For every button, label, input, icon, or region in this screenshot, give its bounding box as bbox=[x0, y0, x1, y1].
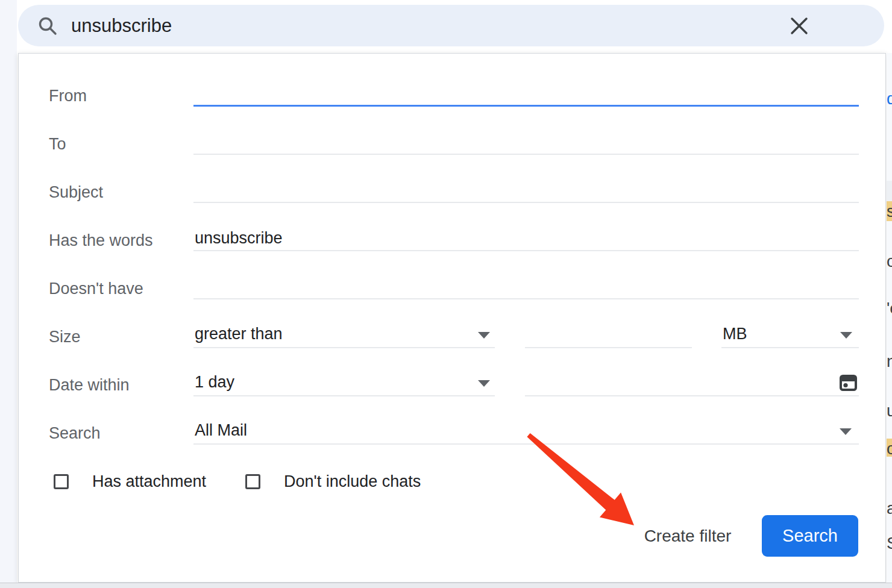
date-input[interactable] bbox=[525, 370, 826, 396]
advanced-search-dialog: From To Subject Has the words Doesn't ha… bbox=[18, 53, 886, 583]
occluded-email-text: s bbox=[887, 202, 892, 221]
date-range-dropdown[interactable]: 1 day bbox=[193, 367, 495, 396]
search-input[interactable] bbox=[71, 15, 789, 37]
to-field[interactable] bbox=[193, 126, 859, 155]
size-unit-value: MB bbox=[723, 325, 747, 343]
search-scope-label: Search bbox=[49, 423, 101, 443]
size-comparator-value: greater than bbox=[195, 325, 283, 343]
clear-search-button[interactable] bbox=[789, 16, 809, 36]
subject-input[interactable] bbox=[193, 177, 859, 203]
occluded-email-text: S bbox=[887, 534, 892, 553]
size-amount-field[interactable] bbox=[525, 319, 692, 348]
subject-label: Subject bbox=[49, 182, 103, 202]
page-background-left bbox=[0, 0, 17, 588]
chevron-down-icon bbox=[478, 380, 490, 387]
occluded-email-text: o bbox=[887, 252, 892, 271]
close-icon bbox=[790, 16, 809, 36]
create-filter-button[interactable]: Create filter bbox=[615, 515, 760, 557]
from-input[interactable] bbox=[193, 80, 859, 107]
size-comparator-dropdown[interactable]: greater than bbox=[193, 319, 495, 348]
occluded-email-list-edge: d s o 'e n u o a S bbox=[887, 53, 892, 583]
search-scope-dropdown[interactable]: All Mail bbox=[193, 416, 859, 445]
has-attachment-label: Has attachment bbox=[92, 471, 206, 492]
gmail-search-filter-page: From To Subject Has the words Doesn't ha… bbox=[0, 0, 892, 588]
size-label: Size bbox=[49, 327, 81, 347]
from-label: From bbox=[49, 86, 87, 106]
to-input[interactable] bbox=[193, 128, 859, 155]
has-words-input[interactable] bbox=[193, 225, 859, 251]
dont-include-chats-checkbox[interactable] bbox=[245, 474, 260, 489]
email-row-fragment bbox=[887, 181, 892, 201]
occluded-email-text: o bbox=[887, 439, 892, 458]
search-bar[interactable] bbox=[18, 5, 884, 46]
has-words-field[interactable] bbox=[193, 222, 859, 251]
subject-field[interactable] bbox=[193, 174, 859, 203]
doesnt-have-label: Doesn't have bbox=[49, 278, 143, 299]
calendar-icon[interactable] bbox=[839, 373, 858, 392]
chevron-down-icon bbox=[840, 428, 852, 435]
doesnt-have-input[interactable] bbox=[193, 273, 859, 299]
chevron-down-icon bbox=[840, 332, 852, 339]
date-within-label: Date within bbox=[49, 375, 130, 395]
search-button[interactable]: Search bbox=[762, 515, 858, 557]
from-field[interactable] bbox=[193, 78, 859, 107]
occluded-email-text: 'e bbox=[887, 299, 892, 318]
doesnt-have-field[interactable] bbox=[193, 271, 859, 299]
date-field[interactable] bbox=[525, 367, 859, 396]
dont-include-chats-label: Don't include chats bbox=[284, 471, 421, 492]
occluded-email-text: u bbox=[887, 401, 892, 421]
occluded-link-text: d bbox=[887, 89, 892, 108]
has-attachment-checkbox[interactable] bbox=[54, 474, 69, 489]
search-scope-value: All Mail bbox=[195, 421, 247, 440]
has-words-label: Has the words bbox=[49, 230, 153, 251]
date-range-value: 1 day bbox=[195, 373, 234, 392]
chevron-down-icon bbox=[478, 332, 490, 339]
size-unit-dropdown[interactable]: MB bbox=[721, 319, 859, 348]
occluded-email-text: a bbox=[887, 499, 892, 518]
occluded-email-text: n bbox=[887, 352, 892, 371]
search-icon bbox=[37, 16, 58, 36]
size-amount-input[interactable] bbox=[525, 322, 692, 348]
page-background-bottom bbox=[0, 583, 892, 588]
to-label: To bbox=[49, 134, 66, 154]
